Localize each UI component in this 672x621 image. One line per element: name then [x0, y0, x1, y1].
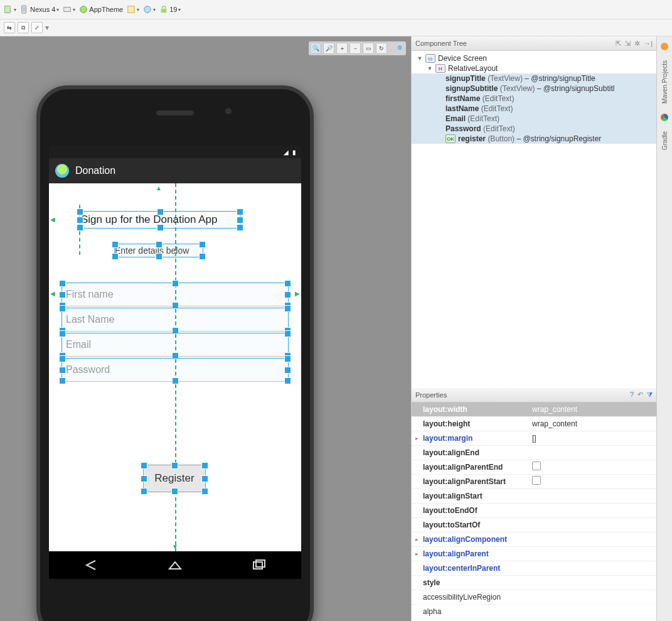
design-toolbar: ▾ Nexus 4▾ ▾ AppTheme ▾ ▾ 19▾ [0, 0, 672, 19]
tree-row[interactable]: OKregister (Button) – @string/signupRegi… [412, 134, 656, 144]
property-row[interactable]: accessibilityLiveRegion [412, 590, 656, 605]
property-row[interactable]: background [412, 619, 656, 622]
help-icon[interactable]: ? [630, 391, 634, 399]
device-speaker [156, 111, 194, 116]
zoom-in-button[interactable]: ＋ [336, 43, 348, 54]
app-title: Donation [75, 165, 115, 176]
tree-row[interactable]: ▼HRelativeLayout [412, 63, 656, 73]
app-bar: Donation [49, 158, 301, 183]
property-row[interactable]: layout:heightwrap_content [412, 417, 656, 431]
property-row[interactable]: style [412, 576, 656, 590]
wifi-icon: ◢ [284, 149, 289, 156]
filter-icon[interactable]: ⧩ [647, 391, 653, 399]
app-root: ▾ Nexus 4▾ ▾ AppTheme ▾ ▾ 19▾ ⇆ ⧉ ⤢ ▾ 🔍 … [0, 0, 672, 621]
device-dropdown[interactable]: Nexus 4▾ [20, 5, 59, 14]
checkbox[interactable] [532, 462, 541, 470]
tree-row[interactable]: Password (EditText) [412, 124, 656, 134]
right-panels: Component Tree ⇱ ⇲ ✲ →| ▼▭Device Screen▼… [411, 36, 656, 621]
tool-window-gutter: Maven Projects Gradle [656, 36, 672, 621]
design-canvas[interactable]: 🔍 🔎 ＋ － ▭ ↻ ⚙ ◢ ▮ [0, 36, 411, 621]
device-camera [225, 108, 232, 114]
android-navbar [49, 551, 301, 579]
property-row[interactable]: alpha [412, 605, 656, 619]
widget-signup-subtitle[interactable]: Enter details below [114, 244, 203, 257]
home-icon [167, 559, 183, 571]
new-layout-dropdown[interactable]: ▾ [4, 5, 16, 14]
property-row[interactable]: layout:centerInParent [412, 561, 656, 576]
property-row[interactable]: layout:alignParentStart [412, 475, 656, 489]
property-row[interactable]: ▸layout:margin[] [412, 431, 656, 446]
svg-rect-9 [256, 560, 265, 567]
back-icon [83, 559, 99, 571]
tree-row[interactable]: Email (EditText) [412, 114, 656, 124]
tree-row[interactable]: signupSubtitle (TextView) – @string/sign… [412, 84, 656, 94]
api-dropdown[interactable]: 19▾ [159, 5, 181, 14]
canvas-zoom-toolbar: 🔍 🔎 ＋ － ▭ ↻ ⚙ [309, 41, 406, 55]
widget-last-name[interactable]: Last Name [61, 308, 289, 332]
property-row[interactable]: ▸layout:alignComponent [412, 532, 656, 547]
show-constraints-button[interactable]: ⇆ [4, 22, 15, 33]
activity-dropdown[interactable]: ▾ [127, 5, 139, 14]
gradle-icon[interactable] [661, 114, 668, 121]
property-row[interactable]: layout:alignStart [412, 489, 656, 504]
svg-rect-5 [128, 6, 135, 13]
tree-row[interactable]: signupTitle (TextView) – @string/signupT… [412, 73, 656, 84]
tree-row[interactable]: lastName (EditText) [412, 104, 656, 114]
tree-settings-icon[interactable]: ✲ [634, 40, 640, 48]
theme-dropdown[interactable]: AppTheme [79, 5, 123, 14]
revert-icon[interactable]: ↶ [637, 391, 643, 399]
tree-row[interactable]: ▼▭Device Screen [412, 53, 656, 63]
zoom-out-button[interactable]: － [349, 43, 361, 54]
svg-point-6 [144, 6, 151, 13]
layout-surface[interactable]: Sign up for the Donation App ◀ ▲ Enter d… [49, 183, 301, 551]
widget-first-name[interactable]: First name [61, 283, 289, 306]
view-toolbar: ⇆ ⧉ ⤢ ▾ [0, 19, 672, 36]
checkbox[interactable] [532, 476, 541, 485]
zoom-select-button[interactable]: 🔍 [310, 43, 321, 54]
maven-tab[interactable]: Maven Projects [661, 60, 668, 104]
device-frame: ◢ ▮ Donation Sign up for the Donation Ap… [36, 85, 314, 621]
zoom-actual-button[interactable]: 🔎 [323, 43, 334, 54]
refresh-button[interactable]: ↻ [376, 43, 387, 54]
component-tree[interactable]: ▼▭Device Screen▼HRelativeLayoutsignupTit… [412, 51, 656, 169]
property-row[interactable]: layout:widthwrap_content [412, 402, 656, 417]
tree-row[interactable]: firstName (EditText) [412, 94, 656, 104]
property-row[interactable]: layout:alignParentEnd [412, 460, 656, 475]
main-split: 🔍 🔎 ＋ － ▭ ↻ ⚙ ◢ ▮ [0, 36, 672, 621]
locale-dropdown[interactable]: ▾ [143, 5, 156, 14]
toggle-size-button[interactable]: ⧉ [18, 22, 29, 33]
widget-register-button[interactable]: Register [143, 465, 206, 492]
svg-rect-2 [23, 7, 26, 12]
properties-panel: layout:widthwrap_contentlayout:heightwra… [412, 402, 656, 622]
widget-password[interactable]: Password [61, 358, 289, 382]
orientation-dropdown[interactable]: ▾ [63, 5, 75, 14]
device-screen: ◢ ▮ Donation Sign up for the Donation Ap… [49, 146, 301, 579]
svg-rect-7 [161, 9, 167, 13]
property-row[interactable]: layout:toEndOf [412, 504, 656, 518]
widget-signup-title[interactable]: Sign up for the Donation App [79, 211, 241, 229]
tree-collapse-icon[interactable]: ⇲ [625, 40, 631, 48]
status-bar: ◢ ▮ [49, 146, 301, 158]
svg-rect-8 [253, 562, 262, 569]
maven-icon[interactable] [661, 43, 668, 50]
property-row[interactable]: layout:alignEnd [412, 446, 656, 460]
battery-icon: ▮ [292, 149, 296, 156]
svg-point-4 [80, 6, 87, 13]
tree-expand-icon[interactable]: ⇱ [616, 40, 621, 48]
settings-gear-icon[interactable]: ⚙ [395, 43, 405, 53]
svg-rect-3 [64, 8, 71, 12]
property-row[interactable]: layout:toStartOf [412, 518, 656, 532]
component-tree-header: Component Tree ⇱ ⇲ ✲ →| [412, 36, 656, 51]
widget-email[interactable]: Email [61, 333, 289, 357]
properties-header: Properties ? ↶ ⧩ [412, 388, 656, 402]
recents-icon [251, 559, 267, 571]
expand-button[interactable]: ⤢ [31, 22, 43, 33]
zoom-fit-button[interactable]: ▭ [363, 43, 374, 54]
properties-table[interactable]: layout:widthwrap_contentlayout:heightwra… [412, 402, 656, 622]
gradle-tab[interactable]: Gradle [661, 131, 668, 150]
tree-hide-icon[interactable]: →| [644, 40, 653, 48]
property-row[interactable]: ▸layout:alignParent [412, 547, 656, 561]
app-icon [55, 164, 69, 178]
